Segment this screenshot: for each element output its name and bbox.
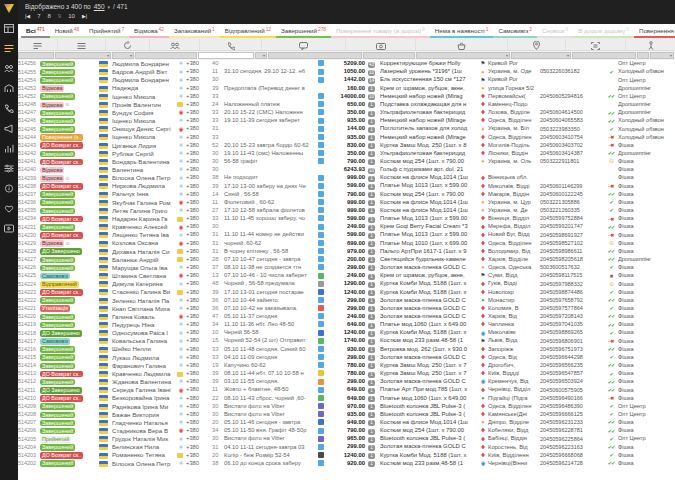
status-badge[interactable]: ДО Возврат ск.. bbox=[40, 183, 83, 190]
order-row[interactable]: 514220 Завершений Галина Коваль ◉ +380 4… bbox=[18, 313, 675, 321]
status-badge[interactable]: Відмова bbox=[40, 102, 64, 109]
order-row[interactable]: 514240 Відмова Валентина ✳ +380 30 6243.… bbox=[18, 166, 675, 174]
status-badge[interactable]: Відмова bbox=[40, 240, 64, 247]
status-badge[interactable]: Завершений bbox=[40, 69, 75, 76]
last-page-button[interactable]: ▶| bbox=[82, 13, 87, 19]
ttn-number[interactable]: 20450597988332 bbox=[540, 282, 604, 288]
status-badge[interactable]: Завершений bbox=[40, 265, 75, 272]
ttn-number[interactable]: 20450598869265 bbox=[540, 330, 604, 336]
order-row[interactable]: 514207 Завершений Гладченко Наталья ✳ +3… bbox=[18, 419, 675, 427]
order-row[interactable]: 514225 Самовивіз Штакина Светлана ◉ +380… bbox=[18, 272, 675, 280]
ttn-number[interactable]: 20450597208143 bbox=[540, 314, 604, 320]
ttn-number[interactable]: 20450598986611 bbox=[540, 249, 604, 255]
status-badge[interactable]: Завершений bbox=[40, 322, 75, 329]
ttn-number[interactable]: 20450596806901 bbox=[540, 339, 604, 345]
col-status-header[interactable] bbox=[58, 39, 106, 50]
filter-source-select[interactable]: ▾ bbox=[650, 52, 674, 59]
ttn-number[interactable]: 20450600122245 bbox=[540, 192, 604, 198]
ttn-number[interactable]: 0503226036182 bbox=[540, 69, 604, 75]
order-row[interactable]: 514212 Завершений Жданова Валентина ✳ +3… bbox=[18, 378, 675, 386]
status-badge[interactable]: Завершений bbox=[40, 412, 75, 419]
status-badge[interactable]: Завершений bbox=[40, 93, 75, 100]
tab-3[interactable]: Відмова42 bbox=[129, 24, 169, 38]
order-row[interactable]: 514209 Завершений Раднікова Ірина Ми ✳ +… bbox=[18, 403, 675, 411]
ttn-number[interactable]: 20450603414387 bbox=[540, 151, 604, 157]
ttn-number[interactable]: 20450604614500 bbox=[540, 110, 604, 116]
status-badge[interactable]: Завершений bbox=[40, 257, 75, 264]
status-badge[interactable]: ДО Возврат ск.. bbox=[40, 452, 83, 459]
ttn-number[interactable]: 20450596223163 bbox=[540, 445, 604, 451]
ttn-number[interactable]: 0503221305886 bbox=[540, 200, 604, 206]
ttn-number[interactable]: 20450605294816 bbox=[540, 94, 604, 100]
order-row[interactable]: 514253 Відмова Надежда ✳ +380 39 Предопл… bbox=[18, 84, 675, 92]
ttn-number[interactable]: 20450596228781 bbox=[540, 428, 604, 434]
status-badge[interactable]: Завершений bbox=[40, 126, 75, 133]
order-row[interactable]: 514214 Завершений Фаранович Галина ✳ +38… bbox=[18, 362, 675, 370]
filter-phone-select[interactable]: ▾ bbox=[255, 52, 267, 59]
ttn-number[interactable]: 20450596644298 bbox=[540, 355, 604, 361]
status-badge[interactable]: Самовивіз bbox=[40, 338, 70, 345]
tab-10[interactable]: Сервіси0 bbox=[537, 24, 573, 38]
order-row[interactable]: 514226 Завершений Марущак Ольга Іва ✳ +3… bbox=[18, 264, 675, 272]
status-badge[interactable]: Самовивіз bbox=[40, 273, 70, 280]
ttn-number[interactable]: 20450598205618 bbox=[540, 257, 604, 263]
col-id-header[interactable] bbox=[18, 39, 58, 50]
status-badge[interactable]: Прийнятий bbox=[40, 436, 71, 443]
first-page-button[interactable]: |◀ bbox=[25, 13, 30, 19]
stats-icon[interactable] bbox=[3, 142, 15, 154]
page-button[interactable]: 8 bbox=[48, 13, 51, 19]
col-comment-header[interactable] bbox=[262, 39, 346, 50]
order-row[interactable]: 514203 ДО Возврат ск.. Романенко Тетяна … bbox=[18, 452, 675, 460]
status-badge[interactable]: ДО Возврат ск.. bbox=[40, 232, 83, 239]
ttn-number[interactable]: 20450596214728 bbox=[540, 461, 604, 467]
order-row[interactable]: 514205 Прийнятий Грудок Наталія Мик ✳ +3… bbox=[18, 435, 675, 443]
ttn-number[interactable]: 20450596486390 bbox=[540, 404, 604, 410]
status-badge[interactable]: ДО Возврат ск.. bbox=[40, 142, 83, 149]
ttn-number[interactable]: 20450604065583 bbox=[540, 118, 604, 124]
filter-status-select[interactable]: ▾ bbox=[55, 52, 111, 59]
ttn-number[interactable]: 0503222911801 bbox=[540, 159, 604, 165]
clients-icon[interactable] bbox=[3, 62, 15, 74]
order-row[interactable]: 514221 Утилізація Кнап Світлана Миха ✳ +… bbox=[18, 305, 675, 313]
order-row[interactable]: 514254 Завершений Людмила Бондарен ✳ +38… bbox=[18, 76, 675, 84]
order-row[interactable]: 514208 Завершений Бажан Виктория ✳ +380 … bbox=[18, 411, 675, 419]
status-badge[interactable]: ДО Завершено bbox=[40, 387, 82, 394]
order-row[interactable]: 514210 ДО Возврат ск.. Безкоровайна Ірин… bbox=[18, 394, 675, 402]
col-ttn-header[interactable] bbox=[566, 39, 626, 50]
marketing-icon[interactable] bbox=[3, 122, 15, 134]
status-badge[interactable]: Завершений bbox=[40, 314, 75, 321]
order-row[interactable]: 514248 Відмова⊙ Пронів Валентин +380 24 … bbox=[18, 101, 675, 109]
filter-price-input[interactable] bbox=[363, 52, 415, 59]
ttn-number[interactable]: 20450596231233 bbox=[540, 420, 604, 426]
filter-ttn-status-select[interactable] bbox=[637, 52, 649, 59]
status-badge[interactable]: Завершений bbox=[40, 224, 75, 231]
range-caret-icon[interactable]: ▾ bbox=[108, 4, 111, 10]
order-row[interactable]: 514224 Відправлений Димула Катерина ✳ +3… bbox=[18, 280, 675, 288]
status-badge[interactable]: Завершений bbox=[40, 199, 75, 206]
order-row[interactable]: 514217 Самовивіз Ковальська Галина ✳ +38… bbox=[18, 337, 675, 345]
status-badge[interactable]: ДО Возврат ск.. bbox=[40, 289, 83, 296]
ttn-number[interactable]: 20450598691927 bbox=[540, 233, 604, 239]
ttn-number[interactable]: 0503223983350 bbox=[540, 127, 604, 133]
order-row[interactable]: 514219 Завершений Педурець Ніна ✳ +380 3… bbox=[18, 321, 675, 329]
status-badge[interactable]: Завершений bbox=[40, 460, 75, 467]
orders-icon[interactable] bbox=[3, 42, 15, 54]
page-button[interactable]: 10 bbox=[68, 13, 75, 19]
ttn-number[interactable]: 20450596751973 bbox=[540, 347, 604, 353]
order-row[interactable]: 514236 Завершений Якубчак Галина Ром ◉ +… bbox=[18, 199, 675, 207]
order-row[interactable]: 514239 Відмова⊙ Білоока Олена Петр ✳ +38… bbox=[18, 174, 675, 182]
ttn-number[interactable]: 20450596225864 bbox=[540, 437, 604, 443]
ttn-number[interactable]: 20450601146299 bbox=[540, 184, 604, 190]
status-badge[interactable]: Завершений bbox=[40, 354, 75, 361]
ttn-number[interactable]: 20450598117515 bbox=[540, 273, 604, 279]
status-badge[interactable]: Завершений bbox=[40, 379, 75, 386]
ttn-number[interactable]: 20450603410754 bbox=[540, 135, 604, 141]
filter-product-select[interactable]: ▾ bbox=[416, 52, 510, 59]
status-badge[interactable]: Завершений bbox=[40, 77, 75, 84]
status-badge[interactable]: ДО Завершено bbox=[40, 330, 82, 337]
info-icon[interactable] bbox=[3, 182, 15, 194]
settings-icon[interactable] bbox=[3, 162, 15, 174]
order-row[interactable]: 514245 Завершений Онищук Денис Сергі ◉ +… bbox=[18, 125, 675, 133]
dashboard-icon[interactable] bbox=[3, 22, 15, 34]
order-row[interactable]: 514223 ДО Возврат ск.. Стасенко Галина В… bbox=[18, 288, 675, 296]
